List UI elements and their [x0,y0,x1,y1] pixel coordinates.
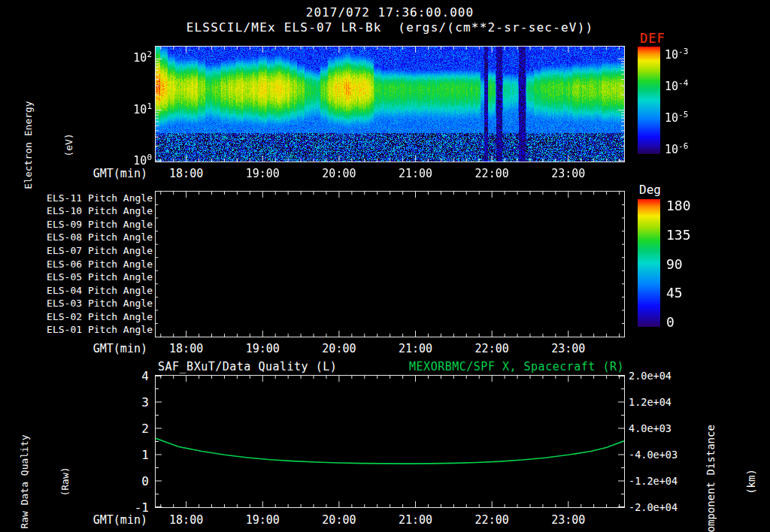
x-tick-label: 21:00 [393,513,438,527]
spectrogram-axes [156,47,624,162]
science-plot-screen: 2017/072 17:36:00.000 ELSSCIL/MEx ELS-07… [0,0,770,532]
y-tick-label: 102 [120,51,152,65]
x-tick-label: 19:00 [240,342,285,355]
x-tick-label: 20:00 [317,342,362,355]
pitch-row-label: ELS-07 Pitch Angle [38,245,153,256]
x-tick-label: 18:00 [164,513,209,527]
y-tick-label: 0 [119,474,149,488]
page-title: ELSSCIL/MEx ELS-07 LR-Bk (ergs/(cm**2-sr… [156,20,624,35]
def-colorbar [638,47,660,154]
def-colorbar-title: DEF [640,31,665,46]
pitch-row-label: ELS-02 Pitch Angle [38,311,153,322]
colorbar-tick-label: 10-3 [665,48,688,62]
y-tick-label: 2.0e+04 [629,370,671,382]
y-tick-label: 100 [120,154,152,168]
x-tick-label: 20:00 [317,167,362,180]
colorbar-tick-label: 45 [666,285,683,301]
colorbar-tick-label: 135 [666,227,691,243]
y-axis-label-line1: Component Distance [704,399,717,532]
x-tick-label: 18:00 [164,342,209,355]
y-axis-label-line2: (km) [744,399,758,532]
x-tick-label: 19:00 [240,513,285,527]
x-tick-label: 22:00 [469,167,514,180]
y-axis-label-line2: (Raw) [59,399,72,532]
colorbar-tick-label: 180 [666,198,691,213]
component-distance-axis-label: Component Distance (km) [677,399,770,532]
colorbar-tick-label: 90 [666,256,683,272]
gmt-axis-label: GMT(min) [72,167,147,180]
y-tick-label: 1.2e+04 [629,396,671,408]
data-quality-distance-panel [155,375,625,508]
spacecraft-x-curve [156,438,624,464]
x-tick-label: 20:00 [317,513,362,527]
y-tick-label: -1 [119,500,149,515]
colorbar-tick-label: 10-4 [665,80,688,93]
timestamp: 2017/072 17:36:00.000 [156,5,624,20]
colorbar-tick-label: 0 [666,314,675,330]
y-tick-label: 4 [119,369,149,383]
y-tick-label: -2.0e+04 [629,501,678,513]
pitch-row-label: ELS-08 Pitch Angle [38,231,153,243]
pitch-row-label: ELS-01 Pitch Angle [38,324,153,335]
pitch-angle-panel [155,191,625,337]
pitch-row-label: ELS-11 Pitch Angle [38,192,153,204]
y-tick-label: 2 [119,422,149,436]
pitch-row-label: ELS-05 Pitch Angle [38,271,153,283]
x-tick-label: 23:00 [546,513,591,527]
y-tick-label: 3 [119,395,149,410]
bottom-panel-left-title: SAF_BXuT/Data Quality (L) [158,360,337,373]
colorbar-tick-label: 10-5 [665,111,688,125]
electron-energy-spectrogram-panel [155,46,625,162]
pitch-row-label: ELS-10 Pitch Angle [38,205,153,216]
x-tick-label: 19:00 [240,167,285,180]
y-tick-label: -1.2e+04 [629,475,678,487]
bottom-panel-right-title: MEXORBMC/SPF X, Spacecraft (R) [376,360,624,373]
y-tick-label: 4.0e+03 [629,422,671,434]
gmt-axis-label: GMT(min) [72,513,147,527]
x-tick-label: 22:00 [469,513,514,527]
y-axis-label-line1: Electron Energy [22,62,35,228]
pitch-row-label: ELS-03 Pitch Angle [38,298,153,309]
pitch-row-label: ELS-04 Pitch Angle [38,285,153,296]
x-tick-label: 21:00 [393,167,438,180]
quality-axes [156,376,624,507]
deg-colorbar [638,199,660,327]
pitch-row-label: ELS-06 Pitch Angle [38,258,153,270]
y-tick-label: -4.0e+03 [629,449,678,461]
y-axis-label-line1: Raw Data Quality [18,399,32,532]
deg-colorbar-title: Deg [639,183,661,197]
pitch-axes [156,192,624,337]
x-tick-label: 23:00 [546,342,591,355]
y-tick-label: 1 [119,448,149,462]
raw-data-quality-axis-label: Raw Data Quality (Raw) [0,399,99,532]
pitch-row-label: ELS-09 Pitch Angle [38,219,153,230]
x-tick-label: 23:00 [546,167,591,180]
x-tick-label: 22:00 [469,342,514,355]
colorbar-tick-label: 10-6 [665,143,688,156]
x-tick-label: 21:00 [393,342,438,355]
x-tick-label: 18:00 [164,167,209,180]
y-tick-label: 101 [120,103,152,116]
gmt-axis-label: GMT(min) [72,342,147,355]
